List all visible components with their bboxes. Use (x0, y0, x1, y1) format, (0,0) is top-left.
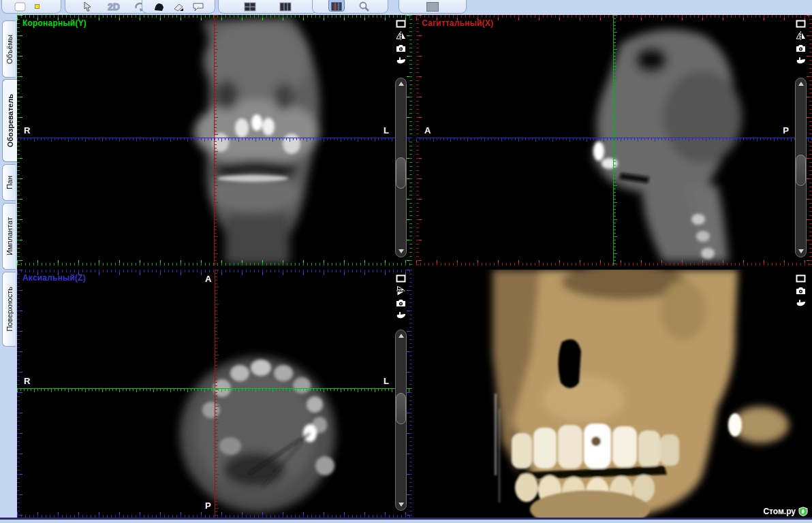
layout-2x2-icon (244, 2, 256, 12)
volume-view-tools (794, 274, 807, 307)
scroll-up-button[interactable] (796, 78, 806, 89)
pan-hand-icon[interactable] (795, 298, 806, 307)
snapshot-button[interactable] (425, 0, 440, 12)
coronal-crosshair-horizontal[interactable] (17, 138, 412, 142)
bottom-window-edge (0, 518, 812, 523)
density-tool-icon (153, 2, 165, 12)
toolbar-group-file (1, 0, 61, 14)
snapshot-icon (426, 2, 439, 12)
orientation-marker-right: R (24, 376, 30, 386)
blank-page-icon (14, 2, 27, 12)
coronal-slice-scrollbar[interactable] (395, 78, 407, 257)
axial-crosshair-horizontal[interactable] (17, 388, 412, 393)
layout-columns-button[interactable] (278, 0, 293, 12)
coronal-view: Коронарный(Y) R L (17, 15, 412, 266)
maximize-icon[interactable] (795, 19, 806, 28)
magnifier-button[interactable] (357, 0, 372, 12)
sidebar-tab-implant[interactable]: Имплантат (2, 203, 16, 270)
scroll-up-button[interactable] (396, 330, 406, 341)
tab-label: Объёмы (5, 35, 14, 64)
sidebar-tab-explorer[interactable]: Обозреватель (2, 79, 17, 162)
pan-hand-icon[interactable] (395, 56, 406, 65)
axial-view-tools (394, 274, 407, 319)
sagittal-crosshair-horizontal[interactable] (416, 138, 812, 142)
orientation-marker-anterior: A (424, 125, 431, 136)
axial-crosshair-vertical[interactable] (215, 270, 219, 518)
axial-view-title: Аксиальный(Z) (22, 273, 86, 283)
left-tab-bar: Объёмы Обозреватель Пан Имплантат Поверх… (0, 15, 17, 523)
comment-tool-button[interactable] (191, 0, 206, 12)
scrollbar-thumb[interactable] (396, 157, 406, 189)
orientation-marker-left: L (384, 376, 389, 386)
maximize-icon[interactable] (395, 19, 406, 28)
camera-icon[interactable] (395, 298, 406, 307)
sidebar-tab-surface[interactable]: Поверхность (2, 272, 16, 347)
orientation-marker-posterior: P (205, 501, 211, 511)
axial-slice-scrollbar[interactable] (395, 330, 407, 511)
magnifier-icon (358, 1, 370, 12)
tab-label: Поверхность (5, 287, 14, 332)
flip-horizontal-icon[interactable] (795, 31, 806, 40)
orientation-marker-posterior: P (783, 125, 789, 136)
orientation-marker-anterior: A (205, 274, 211, 284)
toolbar-group-annotate (142, 0, 215, 14)
density-tool-button[interactable] (151, 0, 166, 12)
scrollbar-track[interactable] (796, 89, 806, 246)
camera-icon[interactable] (795, 44, 806, 52)
cells-grid-button[interactable] (35, 0, 50, 12)
sagittal-view-tools (794, 19, 807, 65)
toolbar-group-capture (399, 0, 467, 14)
pan-hand-icon[interactable] (395, 311, 406, 319)
sagittal-slice-scrollbar[interactable] (795, 78, 807, 257)
2d-view-tool-icon: 2D (108, 2, 120, 12)
pointer-tool-icon (82, 1, 93, 12)
sagittal-view-title: Сагиттальный(X) (422, 18, 493, 28)
scroll-down-button[interactable] (396, 499, 406, 510)
toolbar-group-layouts (218, 0, 317, 14)
camera-icon[interactable] (395, 44, 406, 52)
coronal-view-title: Коронарный(Y) (22, 18, 87, 28)
watermark-text: Стом.ру (763, 507, 796, 516)
tab-label: Имплантат (5, 217, 14, 255)
blank-tool-button[interactable] (13, 0, 28, 12)
scroll-down-button[interactable] (396, 246, 406, 257)
scroll-down-button[interactable] (796, 246, 806, 257)
2d-view-tool-button[interactable]: 2D (106, 0, 121, 12)
toolbar-group-zoom (312, 0, 388, 14)
orientation-marker-left: L (384, 125, 389, 136)
orientation-marker-right: R (24, 125, 30, 136)
watermark-shield-icon (798, 507, 808, 516)
layout-current-icon (331, 2, 342, 11)
maximize-icon[interactable] (395, 274, 406, 283)
sidebar-tab-volumes[interactable]: Объёмы (2, 20, 16, 78)
layout-columns-icon (279, 2, 292, 12)
maximize-icon[interactable] (795, 274, 806, 283)
comment-tool-icon (192, 2, 204, 12)
scrollbar-thumb[interactable] (396, 393, 406, 424)
scrollbar-track[interactable] (396, 341, 406, 499)
pointer-tool-button[interactable] (80, 0, 95, 12)
volume-3d-render[interactable] (416, 270, 812, 518)
tab-label: Пан (5, 176, 14, 189)
measure-tool-icon (173, 2, 185, 12)
scrollbar-thumb[interactable] (796, 155, 806, 186)
coronal-view-tools (394, 19, 407, 65)
cells-grid-icon (35, 0, 50, 12)
camera-icon[interactable] (795, 286, 806, 295)
axial-view: Аксиальный(Z) R L A P (17, 270, 412, 518)
flip-vertical-icon[interactable] (396, 285, 405, 296)
layout-current-button[interactable] (328, 0, 345, 12)
tab-label: Обозреватель (6, 94, 14, 147)
volume-3d-view: Стом.ру (416, 270, 812, 518)
scroll-up-button[interactable] (396, 78, 406, 89)
measure-tool-button[interactable] (171, 0, 186, 12)
toolbar: 2D (0, 0, 812, 15)
scrollbar-track[interactable] (396, 89, 406, 246)
flip-horizontal-icon[interactable] (395, 31, 406, 40)
watermark: Стом.ру (763, 507, 808, 516)
pan-hand-icon[interactable] (795, 56, 806, 65)
sidebar-tab-pan[interactable]: Пан (2, 164, 16, 201)
layout-2x2-button[interactable] (243, 0, 257, 12)
sagittal-view: Сагиттальный(X) A P (416, 15, 812, 266)
